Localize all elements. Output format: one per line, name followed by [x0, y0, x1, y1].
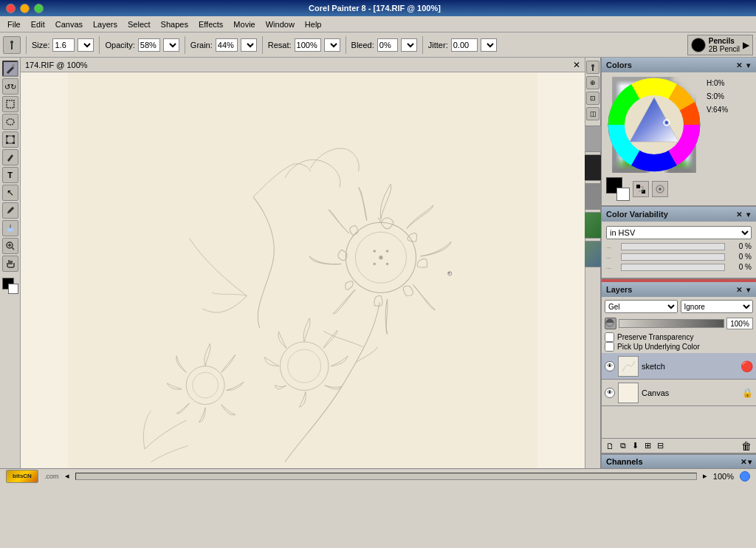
- svg-point-19: [374, 250, 376, 252]
- size-input[interactable]: [52, 38, 75, 52]
- cv-panel-header[interactable]: Color Variability ✕ ▾: [602, 207, 756, 222]
- menu-shapes[interactable]: Shapes: [157, 18, 193, 30]
- colors-panel-header[interactable]: Colors ✕ ▾: [602, 58, 756, 72]
- tool-brush[interactable]: [2, 61, 18, 77]
- layer-canvas[interactable]: 👁 Canvas 🔒: [602, 380, 756, 406]
- layers-panel-close[interactable]: ✕: [735, 286, 743, 294]
- channels-title: Channels: [606, 457, 643, 466]
- grain-input[interactable]: [216, 38, 238, 52]
- delete-layer-btn[interactable]: 🗑: [740, 440, 753, 452]
- bg-color[interactable]: [616, 188, 630, 201]
- brush-expand-arrow[interactable]: ▶: [743, 40, 749, 50]
- sec-brush-tool[interactable]: [586, 61, 599, 74]
- status-arrow-right[interactable]: ▸: [703, 471, 707, 481]
- maximize-btn[interactable]: [34, 4, 44, 13]
- menu-select[interactable]: Select: [123, 18, 155, 30]
- opacity-row: [602, 316, 756, 331]
- resat-dropdown[interactable]: ▼: [324, 38, 340, 52]
- cv-mode-select[interactable]: in HSV in RGB in HLS: [606, 226, 752, 239]
- menu-movie[interactable]: Movie: [229, 18, 259, 30]
- blend-mode-select[interactable]: Gel Normal Multiply: [605, 300, 678, 313]
- layer-sketch-name: sketch: [642, 362, 738, 371]
- tool-eyedropper[interactable]: [2, 202, 18, 219]
- tool-transform[interactable]: [2, 131, 18, 148]
- jitter-input[interactable]: [451, 38, 478, 52]
- cv-slider-3[interactable]: [621, 264, 725, 271]
- opacity-dropdown[interactable]: ▼: [163, 38, 179, 52]
- size-dropdown[interactable]: ▼: [78, 38, 94, 52]
- brush-tool-icon[interactable]: [3, 36, 21, 54]
- layer-canvas-eye[interactable]: 👁: [605, 388, 615, 398]
- opacity-input[interactable]: [726, 318, 753, 329]
- sec-tool3[interactable]: ⊡: [586, 92, 599, 105]
- color-action-btn2[interactable]: [652, 181, 668, 197]
- canvas-close-btn[interactable]: ✕: [573, 60, 580, 70]
- colors-panel-menu[interactable]: ▾: [745, 61, 752, 69]
- layers-panel-header[interactable]: Layers ✕ ▾: [602, 282, 756, 297]
- layer-group-btn[interactable]: ⊟: [656, 441, 665, 451]
- menu-edit[interactable]: Edit: [27, 18, 49, 30]
- channels-bar[interactable]: Channels ✕ ▾: [602, 453, 756, 468]
- tool-text[interactable]: T: [2, 167, 18, 183]
- tool-arrow[interactable]: ↖: [2, 185, 18, 201]
- layers-panel-menu[interactable]: ▾: [745, 286, 752, 294]
- tool-zoom[interactable]: [2, 238, 18, 254]
- bleed-input[interactable]: [377, 38, 398, 52]
- layer-sketch[interactable]: 👁 sketch 🔴: [602, 353, 756, 380]
- color-action-btn1[interactable]: [633, 181, 649, 197]
- pick-up-underlying-label: Pick Up Underlying Color: [617, 343, 700, 351]
- canvas-area: 174.RIF @ 100% ✕: [21, 58, 585, 468]
- menu-layers[interactable]: Layers: [89, 18, 122, 30]
- tool-bucket[interactable]: [2, 220, 18, 236]
- cv-slider-1[interactable]: [621, 243, 725, 250]
- pick-up-underlying-check[interactable]: [605, 342, 614, 352]
- left-toolbar: ↺↻ T ↖: [0, 58, 21, 468]
- copy-layer-btn[interactable]: ⧉: [619, 441, 628, 451]
- tool-rotate[interactable]: ↺↻: [2, 78, 18, 95]
- bleed-dropdown[interactable]: ▼: [401, 38, 417, 52]
- colors-panel-close[interactable]: ✕: [735, 61, 743, 69]
- opacity-input[interactable]: [138, 38, 160, 52]
- tool-hand[interactable]: [2, 256, 18, 272]
- canvas-content[interactable]: [21, 72, 585, 468]
- new-layer-btn[interactable]: 🗋: [605, 442, 616, 451]
- background-swatch[interactable]: [8, 284, 18, 294]
- logo-domain: .com: [44, 473, 59, 480]
- cv-value-1: 0 %: [728, 242, 752, 250]
- preserve-transparency-check[interactable]: [605, 332, 614, 342]
- sec-tool4[interactable]: ◫: [586, 107, 599, 120]
- composite-select[interactable]: Ignore Default: [681, 300, 754, 313]
- status-zoom: 100%: [713, 472, 734, 481]
- menu-window[interactable]: Window: [261, 18, 299, 30]
- resat-input[interactable]: [295, 38, 321, 52]
- svg-point-34: [665, 121, 668, 124]
- jitter-dropdown[interactable]: ▼: [481, 38, 497, 52]
- grain-dropdown[interactable]: ▼: [241, 38, 257, 52]
- menu-canvas[interactable]: Canvas: [51, 18, 87, 30]
- grain-label: Grain:: [190, 41, 213, 49]
- status-arrow-left[interactable]: ◂: [65, 471, 69, 481]
- cv-slider-2[interactable]: [621, 253, 725, 261]
- fg-bg-color-swatches[interactable]: [606, 177, 630, 201]
- tool-select-rect[interactable]: [2, 96, 18, 112]
- sec-select-tool[interactable]: ⊕: [586, 76, 599, 89]
- layer-canvas-name: Canvas: [642, 388, 739, 397]
- layer-sketch-eye[interactable]: 👁: [605, 361, 615, 371]
- tool-lasso[interactable]: [2, 114, 18, 130]
- menu-effects[interactable]: Effects: [194, 18, 227, 30]
- layer-merge-btn[interactable]: ⊞: [643, 441, 653, 451]
- resat-label: Resat:: [268, 41, 292, 49]
- channels-close-btn[interactable]: ✕: [740, 458, 746, 466]
- cv-panel-menu[interactable]: ▾: [745, 210, 752, 219]
- opacity-slider[interactable]: [619, 319, 724, 328]
- cv-panel-close[interactable]: ✕: [735, 210, 743, 219]
- close-btn[interactable]: [6, 4, 16, 13]
- tool-pen[interactable]: [2, 149, 18, 165]
- menu-help[interactable]: Help: [300, 18, 326, 30]
- minimize-btn[interactable]: [20, 4, 30, 13]
- svg-rect-7: [13, 135, 15, 137]
- channels-menu-btn[interactable]: ▾: [748, 458, 752, 466]
- color-wheel[interactable]: [606, 77, 702, 173]
- layer-to-bottom-btn[interactable]: ⬇: [630, 441, 640, 451]
- menu-file[interactable]: File: [3, 18, 25, 30]
